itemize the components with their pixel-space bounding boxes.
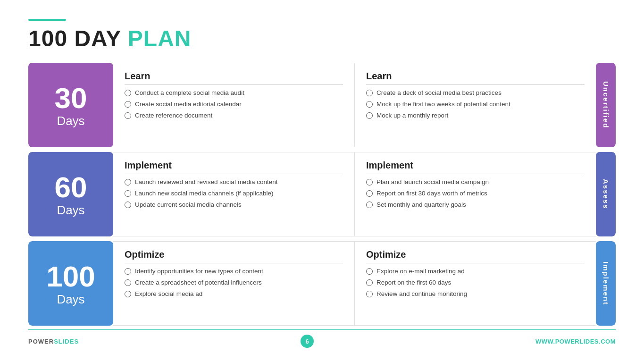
- col-right-title-100: Optimize: [366, 249, 585, 263]
- list-item: Mock up the first two weeks of potential…: [366, 100, 585, 109]
- col-right-items-60: Plan and launch social media campaign Re…: [366, 178, 585, 210]
- bullet-icon: [125, 90, 131, 96]
- page-number: 6: [305, 338, 309, 345]
- title-green: PLAN: [128, 26, 192, 51]
- col-left-30: Learn Conduct a complete social media au…: [113, 63, 355, 147]
- bullet-icon: [125, 291, 131, 297]
- bullet-icon: [366, 268, 373, 275]
- col-right-title-60: Implement: [366, 160, 585, 174]
- list-item: Launch reviewed and revised social media…: [125, 178, 343, 187]
- plan-content-30: Learn Conduct a complete social media au…: [113, 63, 596, 147]
- list-item: Explore on e-mail marketing ad: [366, 267, 585, 276]
- bullet-icon: [125, 112, 131, 119]
- col-left-items-30: Conduct a complete social media audit Cr…: [125, 89, 343, 120]
- col-left-100: Optimize Identify opportunities for new …: [113, 242, 355, 325]
- title-black: 100 DAY: [28, 26, 121, 51]
- page-number-badge: 6: [301, 335, 314, 348]
- day-number-30: 30: [55, 84, 87, 113]
- day-badge-100: 100 Days: [28, 241, 113, 326]
- main-grid: 30 Days Learn Conduct a complete social …: [28, 63, 616, 326]
- col-left-title-30: Learn: [125, 71, 343, 85]
- list-item: Report on first 30 days worth of metrics: [366, 189, 585, 198]
- bullet-icon: [366, 112, 373, 119]
- bullet-icon: [125, 190, 131, 197]
- header: 100 DAY PLAN: [28, 19, 616, 51]
- side-label-60: Assess: [596, 152, 616, 236]
- col-right-100: Optimize Explore on e-mail marketing ad …: [355, 242, 596, 325]
- brand-slides: SLIDES: [54, 338, 79, 345]
- list-item: Create a deck of social media best pract…: [366, 89, 585, 98]
- list-item: Explore social media ad: [125, 290, 343, 299]
- bullet-icon: [125, 202, 131, 208]
- bullet-icon: [125, 279, 131, 286]
- plan-row-100: 100 Days Optimize Identify opportunities…: [28, 241, 616, 326]
- list-item: Create social media editorial calendar: [125, 100, 343, 109]
- col-left-60: Implement Launch reviewed and revised so…: [113, 152, 355, 236]
- bullet-icon: [366, 279, 373, 286]
- plan-content-100: Optimize Identify opportunities for new …: [113, 241, 596, 326]
- footer-website: WWW.POWERLIDES.COM: [535, 338, 616, 345]
- list-item: Conduct a complete social media audit: [125, 89, 343, 98]
- bullet-icon: [125, 268, 131, 275]
- list-item: Create a spreadsheet of potential influe…: [125, 278, 343, 287]
- list-item: Plan and launch social media campaign: [366, 178, 585, 187]
- day-number-100: 100: [46, 262, 95, 291]
- bullet-icon: [125, 179, 131, 185]
- bullet-icon: [366, 202, 373, 208]
- day-label-100: Days: [57, 293, 84, 305]
- list-item: Identify opportunities for new types of …: [125, 267, 343, 276]
- col-right-60: Implement Plan and launch social media c…: [355, 152, 596, 236]
- col-left-title-60: Implement: [125, 160, 343, 174]
- list-item: Mock up a monthly report: [366, 111, 585, 120]
- bullet-icon: [366, 190, 373, 197]
- bullet-icon: [366, 90, 373, 96]
- list-item: Set monthly and quarterly goals: [366, 201, 585, 210]
- slide-container: 100 DAY PLAN 30 Days Learn Conduct a com…: [0, 0, 644, 362]
- list-item: Create reference document: [125, 111, 343, 120]
- day-badge-60: 60 Days: [28, 152, 113, 236]
- plan-content-60: Implement Launch reviewed and revised so…: [113, 152, 596, 236]
- day-number-60: 60: [55, 173, 87, 202]
- plan-row-30: 30 Days Learn Conduct a complete social …: [28, 63, 616, 147]
- slide-title: 100 DAY PLAN: [28, 25, 616, 51]
- col-left-items-100: Identify opportunities for new types of …: [125, 267, 343, 299]
- bullet-icon: [366, 101, 373, 108]
- plan-row-60: 60 Days Implement Launch reviewed and re…: [28, 152, 616, 236]
- bullet-icon: [125, 101, 131, 108]
- list-item: Update current social media channels: [125, 201, 343, 210]
- list-item: Launch new social media channels (if app…: [125, 189, 343, 198]
- col-right-30: Learn Create a deck of social media best…: [355, 63, 596, 147]
- day-label-30: Days: [57, 115, 84, 127]
- bullet-icon: [366, 179, 373, 185]
- col-left-title-100: Optimize: [125, 249, 343, 263]
- col-right-items-30: Create a deck of social media best pract…: [366, 89, 585, 120]
- footer-brand: POWERSLIDES: [28, 338, 79, 345]
- day-label-60: Days: [57, 204, 84, 216]
- day-badge-30: 30 Days: [28, 63, 113, 147]
- bullet-icon: [366, 291, 373, 297]
- list-item: Report on the first 60 days: [366, 278, 585, 287]
- side-label-100: Implement: [596, 241, 616, 326]
- col-right-title-30: Learn: [366, 71, 585, 85]
- side-label-30: Uncertified: [596, 63, 616, 147]
- col-right-items-100: Explore on e-mail marketing ad Report on…: [366, 267, 585, 299]
- accent-line: [28, 19, 66, 21]
- list-item: Review and continue monitoring: [366, 290, 585, 299]
- col-left-items-60: Launch reviewed and revised social media…: [125, 178, 343, 210]
- brand-power: POWER: [28, 338, 54, 345]
- footer: POWERSLIDES 6 WWW.POWERLIDES.COM: [28, 329, 616, 348]
